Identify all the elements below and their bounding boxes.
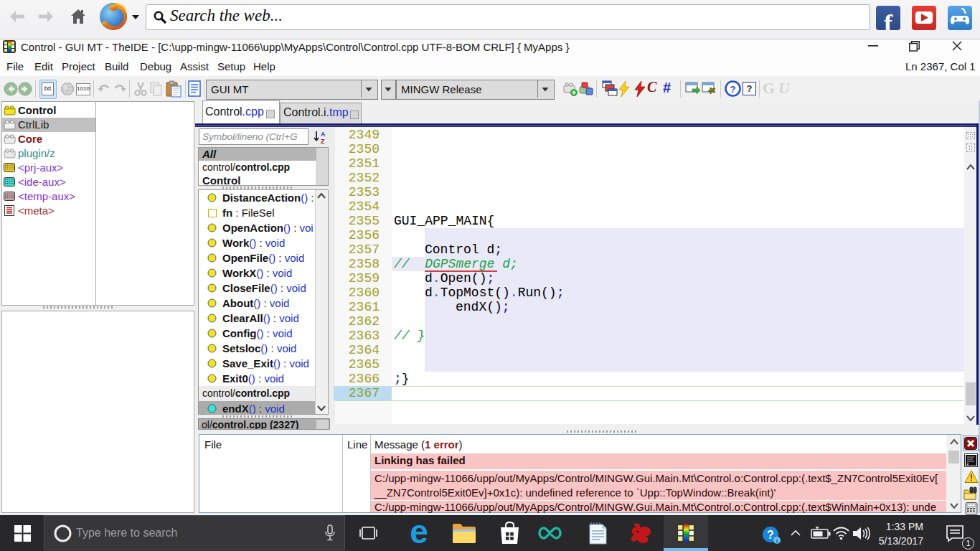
svg-text:Z: Z xyxy=(321,138,325,144)
svg-text:?: ? xyxy=(767,529,774,541)
svg-text:A: A xyxy=(321,131,326,138)
svg-text:?: ? xyxy=(730,84,736,95)
